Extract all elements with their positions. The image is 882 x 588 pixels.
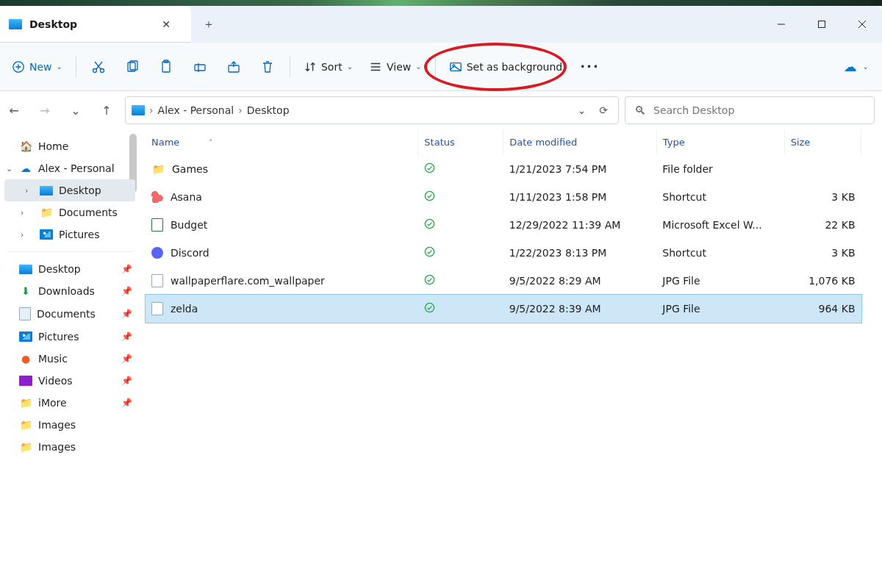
sidebar-item-label: Pictures xyxy=(59,229,99,240)
file-date: 1/21/2023 7:54 PM xyxy=(509,163,607,175)
document-icon xyxy=(19,307,31,320)
sidebar-item-home[interactable]: 🏠Home xyxy=(0,135,140,157)
explorer-window: Desktop ✕ ＋ New ⌄ Sort ⌄ xyxy=(0,6,882,588)
file-name: Games xyxy=(172,163,208,175)
sidebar-item-pictures[interactable]: ›Pictures xyxy=(0,223,140,245)
sidebar-quick-documents[interactable]: Documents📌 xyxy=(0,302,140,326)
breadcrumb-root[interactable]: Alex - Personal xyxy=(158,104,234,116)
divider xyxy=(76,57,76,77)
sidebar-item-label: Images xyxy=(38,419,76,431)
file-size: 3 KB xyxy=(831,247,855,259)
sidebar-quick-pictures[interactable]: Pictures📌 xyxy=(0,326,140,348)
pin-icon: 📌 xyxy=(121,354,132,364)
forward-button[interactable]: → xyxy=(32,98,57,123)
file-row[interactable]: Asana1/11/2023 1:58 PMShortcut3 KB xyxy=(146,183,861,211)
svg-point-8 xyxy=(100,68,104,72)
breadcrumb-separator: › xyxy=(238,104,243,116)
recent-locations-button[interactable]: ⌄ xyxy=(63,98,88,123)
paste-button[interactable] xyxy=(150,54,182,80)
new-button[interactable]: New ⌄ xyxy=(4,54,70,79)
sidebar-quick-imore[interactable]: 📁iMore📌 xyxy=(0,392,140,414)
sidebar-item-onedrive[interactable]: ⌄☁Alex - Personal xyxy=(0,157,140,179)
copy-button[interactable] xyxy=(116,54,148,80)
expander-icon[interactable]: › xyxy=(25,186,28,196)
pin-icon: 📌 xyxy=(121,331,132,342)
view-label: View xyxy=(387,61,411,73)
file-type: Microsoft Excel W... xyxy=(662,219,761,231)
search-input[interactable] xyxy=(653,104,865,116)
tab-title: Desktop xyxy=(29,18,148,30)
breadcrumb-current[interactable]: Desktop xyxy=(247,104,290,116)
file-list-pane: Name˄ Status Date modified Type Size 📁Ga… xyxy=(140,129,882,588)
column-header-type[interactable]: Type xyxy=(656,129,784,155)
up-button[interactable]: ↑ xyxy=(94,98,119,123)
sidebar-quick-music[interactable]: ●Music📌 xyxy=(0,348,140,370)
refresh-button[interactable]: ⟳ xyxy=(595,101,612,119)
file-row[interactable]: wallpaperflare.com_wallpaper9/5/2022 8:2… xyxy=(146,267,861,295)
search-icon: 🔍︎ xyxy=(634,104,646,118)
sort-indicator-icon: ˄ xyxy=(209,139,212,147)
chevron-down-icon: ⌄ xyxy=(57,62,62,71)
sidebar-item-desktop[interactable]: ›Desktop xyxy=(4,179,135,201)
new-tab-button[interactable]: ＋ xyxy=(191,6,226,43)
pin-icon: 📌 xyxy=(121,264,132,274)
sidebar-quick-images-1[interactable]: 📁Images xyxy=(0,414,140,436)
file-row[interactable]: Discord1/22/2023 8:13 PMShortcut3 KB xyxy=(146,239,861,267)
more-button[interactable]: ··· xyxy=(571,53,609,80)
pin-icon: 📌 xyxy=(121,398,132,408)
content-area: 🏠Home ⌄☁Alex - Personal ›Desktop ›📁Docum… xyxy=(0,129,882,588)
tab-desktop[interactable]: Desktop ✕ xyxy=(0,6,191,43)
close-tab-button[interactable]: ✕ xyxy=(156,15,176,33)
synced-status-icon xyxy=(424,304,435,315)
address-bar[interactable]: › Alex - Personal › Desktop ⌄ ⟳ xyxy=(125,96,619,124)
file-type: Shortcut xyxy=(662,191,706,203)
sidebar-quick-downloads[interactable]: ⬇Downloads📌 xyxy=(0,280,140,302)
video-icon xyxy=(19,376,32,386)
chevron-down-icon: ⌄ xyxy=(863,62,869,71)
cloud-icon: ☁ xyxy=(19,162,32,174)
file-type: File folder xyxy=(662,163,713,175)
file-name: Discord xyxy=(171,247,209,259)
ellipsis-icon: ··· xyxy=(580,59,600,74)
onedrive-status-icon[interactable]: ☁ xyxy=(844,59,857,74)
file-date: 9/5/2022 8:39 AM xyxy=(509,303,601,315)
column-header-size[interactable]: Size xyxy=(784,129,861,155)
set-as-background-button[interactable]: Set as background xyxy=(442,54,570,79)
sort-button[interactable]: Sort ⌄ xyxy=(296,54,360,79)
file-row[interactable]: 📁Games1/21/2023 7:54 PMFile folder xyxy=(146,155,861,183)
file-row[interactable]: Budget12/29/2022 11:39 AMMicrosoft Excel… xyxy=(146,211,861,239)
close-window-button[interactable] xyxy=(842,6,882,43)
synced-status-icon xyxy=(424,248,435,259)
svg-point-25 xyxy=(425,219,434,228)
cut-button[interactable] xyxy=(82,54,115,80)
maximize-button[interactable] xyxy=(801,6,842,43)
column-header-name[interactable]: Name˄ xyxy=(146,129,418,155)
sidebar-quick-images-2[interactable]: 📁Images xyxy=(0,436,140,458)
sidebar-item-label: Images xyxy=(38,441,76,453)
expander-icon[interactable]: › xyxy=(21,230,24,240)
share-button[interactable] xyxy=(218,54,250,80)
sidebar-item-documents[interactable]: ›📁Documents xyxy=(0,201,140,223)
divider xyxy=(435,57,436,77)
navigation-sidebar: 🏠Home ⌄☁Alex - Personal ›Desktop ›📁Docum… xyxy=(0,129,140,588)
address-dropdown-button[interactable]: ⌄ xyxy=(573,101,591,119)
back-button[interactable]: ← xyxy=(1,98,26,123)
expander-icon[interactable]: › xyxy=(21,208,24,218)
delete-button[interactable] xyxy=(251,54,284,80)
sidebar-quick-desktop[interactable]: Desktop📌 xyxy=(0,258,140,280)
file-row[interactable]: zelda9/5/2022 8:39 AMJPG File964 KB xyxy=(146,295,861,323)
column-header-date[interactable]: Date modified xyxy=(503,129,657,155)
chevron-down-icon: ⌄ xyxy=(415,62,421,71)
expander-icon[interactable]: ⌄ xyxy=(6,164,12,173)
excel-icon xyxy=(151,218,163,232)
minimize-button[interactable] xyxy=(761,6,801,43)
view-button[interactable]: View ⌄ xyxy=(362,54,429,79)
column-header-status[interactable]: Status xyxy=(418,129,503,155)
chevron-down-icon: ⌄ xyxy=(347,62,353,71)
file-type: Shortcut xyxy=(662,247,706,259)
sidebar-quick-videos[interactable]: Videos📌 xyxy=(0,370,140,392)
folder-icon: 📁 xyxy=(19,397,32,409)
rename-button[interactable] xyxy=(184,54,216,80)
search-box[interactable]: 🔍︎ xyxy=(625,96,875,124)
pictures-icon xyxy=(40,229,53,240)
